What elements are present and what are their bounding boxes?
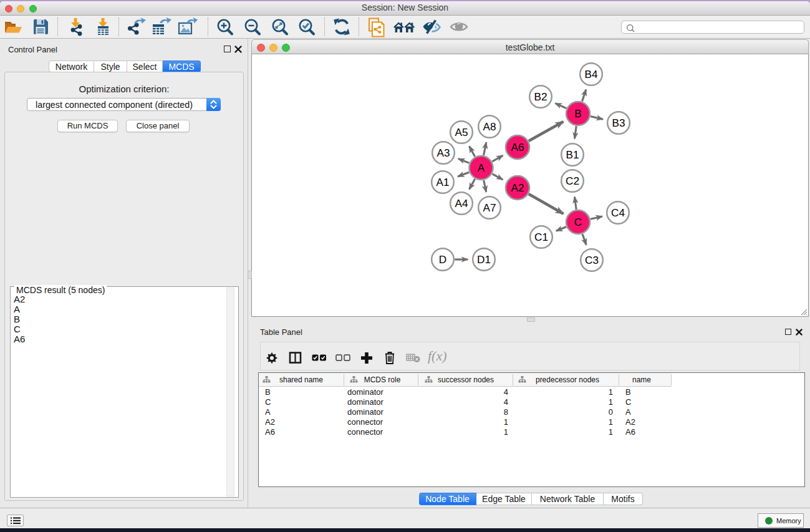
svg-text:A: A — [478, 162, 485, 174]
svg-text:A2: A2 — [511, 181, 524, 194]
svg-text:B1: B1 — [566, 148, 579, 161]
svg-text:B4: B4 — [584, 68, 597, 80]
svg-text:C4: C4 — [611, 206, 625, 219]
svg-text:C1: C1 — [534, 231, 548, 243]
svg-text:A7: A7 — [483, 201, 496, 214]
svg-text:C2: C2 — [566, 175, 579, 187]
svg-text:A8: A8 — [483, 120, 496, 133]
svg-text:B3: B3 — [612, 117, 625, 129]
svg-text:C: C — [574, 216, 582, 228]
svg-text:B2: B2 — [534, 90, 547, 103]
svg-text:D: D — [439, 253, 446, 266]
svg-text:A3: A3 — [436, 147, 450, 159]
svg-text:A5: A5 — [455, 126, 468, 138]
svg-text:B: B — [574, 107, 581, 120]
svg-text:D1: D1 — [477, 253, 491, 266]
svg-text:C3: C3 — [585, 254, 599, 266]
svg-text:A4: A4 — [455, 197, 468, 210]
svg-text:A1: A1 — [436, 176, 449, 188]
svg-text:A6: A6 — [511, 141, 524, 153]
